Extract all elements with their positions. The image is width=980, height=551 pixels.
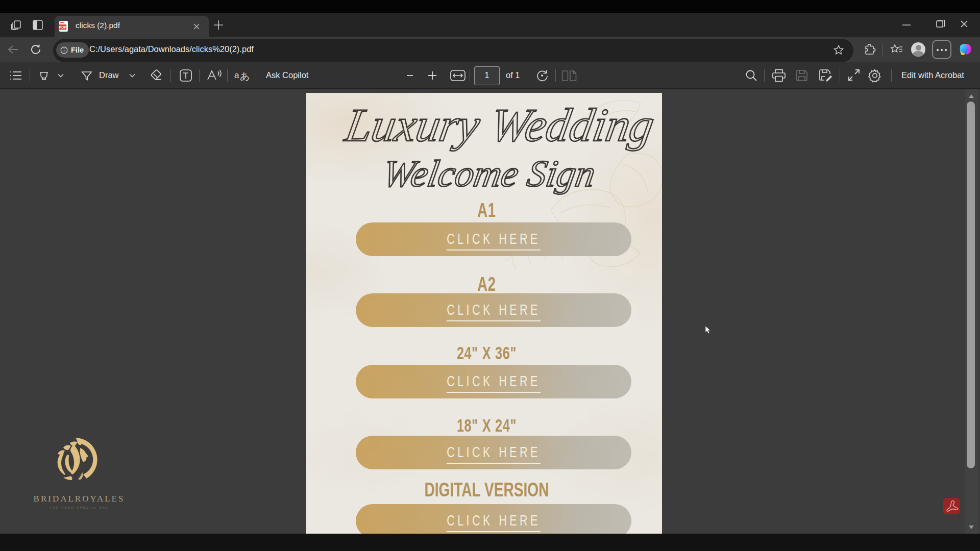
svg-text:a: a <box>234 70 239 80</box>
svg-text:PDF: PDF <box>59 26 67 29</box>
svg-text:あ: あ <box>240 71 250 82</box>
svg-text:Welcome Sign: Welcome Sign <box>380 153 599 194</box>
svg-text:Luxury Wedding: Luxury Wedding <box>340 99 658 151</box>
